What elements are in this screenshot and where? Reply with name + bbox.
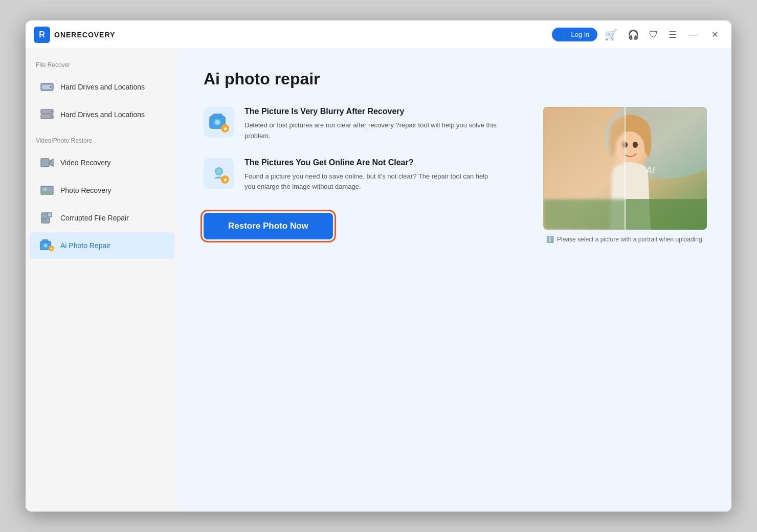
svg-text:★: ★	[223, 177, 228, 183]
svg-rect-46	[543, 107, 625, 230]
info-icon: ℹ️	[546, 236, 554, 243]
sidebar-item-video-recovery[interactable]: Video Recovery	[30, 149, 175, 176]
menu-icon: ☰	[669, 29, 677, 40]
svg-rect-23	[213, 114, 222, 118]
feature-desc-2: Found a picture you need to save online,…	[244, 171, 500, 193]
ai-photo-repair-icon: ✦	[40, 238, 54, 253]
close-button[interactable]: ✕	[706, 27, 723, 42]
svg-rect-7	[41, 159, 49, 167]
svg-point-2	[50, 86, 52, 88]
feature-title-1: The Picture Is Very Blurry After Recover…	[244, 107, 500, 116]
svg-point-5	[51, 111, 52, 113]
hard-drives-1-icon	[40, 80, 54, 94]
hard-drives-2-icon	[40, 107, 54, 122]
svg-point-22	[215, 120, 219, 124]
sidebar-section-video-photo: Video/Photo Restore	[26, 137, 179, 148]
video-recovery-icon	[40, 156, 54, 170]
sidebar-item-hard-drives-2[interactable]: Hard Drives and Locations	[30, 101, 175, 128]
headset-button[interactable]: 🎧	[625, 26, 642, 43]
sidebar-item-photo-recovery-label: Photo Recovery	[60, 186, 112, 194]
restore-photo-button[interactable]: Restore Photo Now	[204, 213, 333, 239]
content-area: Ai photo repair	[179, 49, 731, 512]
feature-icon-2: ★	[204, 158, 234, 189]
sidebar-section-file-recover: File Recover	[26, 61, 179, 73]
feature-item-2: ★ The Pictures You Get Online Are Not Cl…	[204, 158, 523, 193]
features-list: ★ The Picture Is Very Blurry After Recov…	[204, 107, 523, 192]
svg-marker-13	[48, 213, 52, 217]
content-left: ★ The Picture Is Very Blurry After Recov…	[204, 107, 523, 243]
corrupted-file-icon	[40, 211, 54, 225]
svg-text:★: ★	[223, 126, 228, 131]
feature-title-2: The Pictures You Get Online Are Not Clea…	[244, 158, 500, 167]
svg-point-16	[44, 244, 47, 247]
preview-note: ℹ️ Please select a picture with a portra…	[546, 236, 704, 243]
feature-text-2: The Pictures You Get Online Are Not Clea…	[244, 158, 500, 193]
main-layout: File Recover Hard Drives and Locations	[26, 49, 731, 512]
minimize-icon: —	[689, 30, 697, 39]
shield-button[interactable]: 🛡	[646, 26, 661, 43]
login-button[interactable]: 👤 Log in	[552, 28, 597, 41]
sidebar-item-ai-photo-repair[interactable]: ✦ Ai Photo Repair	[30, 232, 175, 259]
feature-icon-1: ★	[204, 107, 234, 138]
menu-button[interactable]: ☰	[665, 26, 680, 43]
svg-text:✦: ✦	[50, 246, 53, 251]
titlebar-actions: 👤 Log in 🛒 🎧 🛡 ☰ — ✕	[552, 26, 723, 44]
svg-rect-17	[42, 240, 48, 242]
user-icon: 👤	[560, 31, 568, 38]
sidebar-item-photo-recovery[interactable]: Photo Recovery	[30, 177, 175, 204]
photo-recovery-icon	[40, 183, 54, 197]
sidebar-item-hard-drives-1-label: Hard Drives and Locations	[60, 83, 145, 91]
sidebar-item-corrupted-file-label: Corrupted File Repair	[60, 214, 129, 222]
shield-icon: 🛡	[649, 29, 658, 40]
sidebar: File Recover Hard Drives and Locations	[26, 49, 179, 512]
svg-point-10	[43, 188, 47, 191]
app-logo: R ONERECOVERY	[34, 27, 115, 43]
feature-desc-1: Deleted or lost pictures are not clear a…	[244, 120, 500, 142]
app-window: R ONERECOVERY 👤 Log in 🛒 🎧 🛡 ☰ —	[26, 20, 731, 512]
cart-button[interactable]: 🛒	[602, 26, 620, 44]
feature-text-1: The Picture Is Very Blurry After Recover…	[244, 107, 500, 142]
sidebar-item-video-recovery-label: Video Recovery	[60, 159, 111, 167]
svg-point-27	[216, 169, 221, 174]
svg-marker-8	[50, 159, 53, 166]
close-icon: ✕	[711, 30, 718, 39]
minimize-button[interactable]: —	[684, 27, 702, 42]
sidebar-item-hard-drives-1[interactable]: Hard Drives and Locations	[30, 74, 175, 100]
svg-text:Ai: Ai	[645, 165, 655, 175]
titlebar: R ONERECOVERY 👤 Log in 🛒 🎧 🛡 ☰ —	[26, 20, 731, 49]
sidebar-item-hard-drives-2-label: Hard Drives and Locations	[60, 110, 145, 119]
page-title: Ai photo repair	[204, 70, 707, 88]
sidebar-item-ai-photo-repair-label: Ai Photo Repair	[60, 241, 110, 250]
app-name: ONERECOVERY	[54, 31, 115, 39]
logo-icon: R	[34, 27, 50, 43]
feature-item-1: ★ The Picture Is Very Blurry After Recov…	[204, 107, 523, 142]
sidebar-item-corrupted-file[interactable]: Corrupted File Repair	[30, 205, 175, 231]
photo-preview: Ai	[543, 107, 707, 230]
svg-point-38	[633, 142, 638, 148]
headset-icon: 🎧	[628, 29, 639, 40]
svg-point-6	[51, 116, 52, 118]
cart-icon: 🛒	[605, 29, 617, 41]
content-right: Ai ℹ️ Please select a picture with a por…	[543, 107, 707, 243]
content-inner: ★ The Picture Is Very Blurry After Recov…	[204, 107, 707, 243]
